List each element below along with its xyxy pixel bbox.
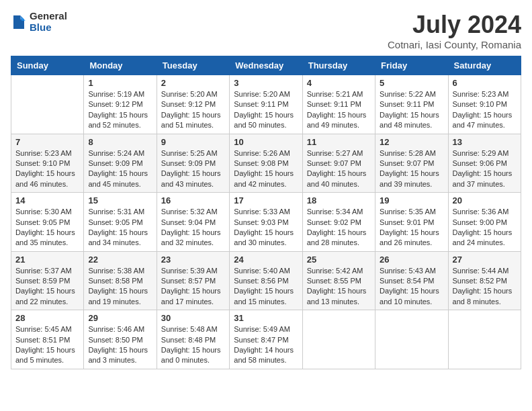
calendar-cell: 23Sunrise: 5:39 AMSunset: 8:57 PMDayligh… xyxy=(157,251,229,310)
cell-content: Sunrise: 5:31 AMSunset: 9:05 PMDaylight:… xyxy=(88,207,152,248)
calendar-cell: 12Sunrise: 5:28 AMSunset: 9:07 PMDayligh… xyxy=(375,134,448,193)
cell-content: Sunrise: 5:21 AMSunset: 9:11 PMDaylight:… xyxy=(307,89,371,131)
day-number: 2 xyxy=(161,78,225,88)
calendar-cell: 3Sunrise: 5:20 AMSunset: 9:11 PMDaylight… xyxy=(230,75,302,134)
cell-content: Sunrise: 5:26 AMSunset: 9:08 PMDaylight:… xyxy=(234,148,298,190)
title-block: July 2024 Cotnari, Iasi County, Romania xyxy=(388,11,521,50)
logo-blue: Blue xyxy=(30,22,67,34)
logo-icon xyxy=(11,13,27,32)
day-number: 7 xyxy=(15,137,79,147)
calendar-cell xyxy=(11,75,84,134)
logo-text: General Blue xyxy=(30,11,67,33)
calendar-cell: 21Sunrise: 5:37 AMSunset: 8:59 PMDayligh… xyxy=(11,251,84,310)
header-wednesday: Wednesday xyxy=(230,56,302,75)
day-number: 15 xyxy=(88,195,152,205)
day-number: 8 xyxy=(88,137,152,147)
calendar-cell: 18Sunrise: 5:34 AMSunset: 9:02 PMDayligh… xyxy=(302,193,375,252)
calendar-cell: 29Sunrise: 5:46 AMSunset: 8:50 PMDayligh… xyxy=(84,310,157,369)
cell-content: Sunrise: 5:40 AMSunset: 8:56 PMDaylight:… xyxy=(234,266,298,308)
cell-content: Sunrise: 5:46 AMSunset: 8:50 PMDaylight:… xyxy=(88,324,152,366)
calendar-cell: 19Sunrise: 5:35 AMSunset: 9:01 PMDayligh… xyxy=(375,193,448,252)
day-number: 31 xyxy=(234,313,298,323)
calendar-cell: 30Sunrise: 5:48 AMSunset: 8:48 PMDayligh… xyxy=(157,310,229,369)
day-number: 14 xyxy=(15,195,79,205)
cell-content: Sunrise: 5:48 AMSunset: 8:48 PMDaylight:… xyxy=(161,324,225,366)
cell-content: Sunrise: 5:30 AMSunset: 9:05 PMDaylight:… xyxy=(15,207,79,248)
cell-content: Sunrise: 5:24 AMSunset: 9:09 PMDaylight:… xyxy=(88,148,152,190)
cell-content: Sunrise: 5:28 AMSunset: 9:07 PMDaylight:… xyxy=(380,148,443,190)
calendar-cell: 8Sunrise: 5:24 AMSunset: 9:09 PMDaylight… xyxy=(84,134,157,193)
header-row: SundayMondayTuesdayWednesdayThursdayFrid… xyxy=(11,56,521,75)
week-row-3: 14Sunrise: 5:30 AMSunset: 9:05 PMDayligh… xyxy=(11,193,521,252)
day-number: 4 xyxy=(307,78,371,88)
calendar-cell: 7Sunrise: 5:23 AMSunset: 9:10 PMDaylight… xyxy=(11,134,84,193)
header-sunday: Sunday xyxy=(11,56,84,75)
cell-content: Sunrise: 5:23 AMSunset: 9:10 PMDaylight:… xyxy=(15,148,79,190)
week-row-2: 7Sunrise: 5:23 AMSunset: 9:10 PMDaylight… xyxy=(11,134,521,193)
calendar-cell xyxy=(448,310,521,369)
day-number: 23 xyxy=(161,255,225,265)
week-row-5: 28Sunrise: 5:45 AMSunset: 8:51 PMDayligh… xyxy=(11,310,521,369)
logo: General Blue xyxy=(11,11,67,33)
calendar-cell: 31Sunrise: 5:49 AMSunset: 8:47 PMDayligh… xyxy=(230,310,302,369)
calendar-cell: 5Sunrise: 5:22 AMSunset: 9:11 PMDaylight… xyxy=(375,75,448,134)
day-number: 18 xyxy=(307,195,371,205)
day-number: 3 xyxy=(234,78,298,88)
header-friday: Friday xyxy=(375,56,448,75)
logo-general: General xyxy=(30,11,67,22)
cell-content: Sunrise: 5:33 AMSunset: 9:03 PMDaylight:… xyxy=(234,207,298,248)
day-number: 1 xyxy=(88,78,152,88)
calendar-cell: 22Sunrise: 5:38 AMSunset: 8:58 PMDayligh… xyxy=(84,251,157,310)
calendar-cell: 4Sunrise: 5:21 AMSunset: 9:11 PMDaylight… xyxy=(302,75,375,134)
cell-content: Sunrise: 5:34 AMSunset: 9:02 PMDaylight:… xyxy=(307,207,371,248)
week-row-4: 21Sunrise: 5:37 AMSunset: 8:59 PMDayligh… xyxy=(11,251,521,310)
cell-content: Sunrise: 5:27 AMSunset: 9:07 PMDaylight:… xyxy=(307,148,371,190)
calendar-cell: 2Sunrise: 5:20 AMSunset: 9:12 PMDaylight… xyxy=(157,75,229,134)
cell-content: Sunrise: 5:37 AMSunset: 8:59 PMDaylight:… xyxy=(15,266,79,308)
calendar-cell: 20Sunrise: 5:36 AMSunset: 9:00 PMDayligh… xyxy=(448,193,521,252)
cell-content: Sunrise: 5:49 AMSunset: 8:47 PMDaylight:… xyxy=(234,324,298,366)
header-thursday: Thursday xyxy=(302,56,375,75)
cell-content: Sunrise: 5:39 AMSunset: 8:57 PMDaylight:… xyxy=(161,266,225,308)
cell-content: Sunrise: 5:45 AMSunset: 8:51 PMDaylight:… xyxy=(15,324,79,366)
header-tuesday: Tuesday xyxy=(157,56,229,75)
day-number: 17 xyxy=(234,195,298,205)
main-title: July 2024 xyxy=(388,11,521,39)
cell-content: Sunrise: 5:29 AMSunset: 9:06 PMDaylight:… xyxy=(453,148,517,190)
day-number: 29 xyxy=(88,313,152,323)
calendar-cell: 15Sunrise: 5:31 AMSunset: 9:05 PMDayligh… xyxy=(84,193,157,252)
day-number: 30 xyxy=(161,313,225,323)
cell-content: Sunrise: 5:25 AMSunset: 9:09 PMDaylight:… xyxy=(161,148,225,190)
calendar-cell: 26Sunrise: 5:43 AMSunset: 8:54 PMDayligh… xyxy=(375,251,448,310)
calendar-cell: 25Sunrise: 5:42 AMSunset: 8:55 PMDayligh… xyxy=(302,251,375,310)
day-number: 28 xyxy=(15,313,79,323)
calendar-cell: 14Sunrise: 5:30 AMSunset: 9:05 PMDayligh… xyxy=(11,193,84,252)
header-saturday: Saturday xyxy=(448,56,521,75)
svg-marker-0 xyxy=(21,17,26,21)
cell-content: Sunrise: 5:42 AMSunset: 8:55 PMDaylight:… xyxy=(307,266,371,308)
calendar-cell: 13Sunrise: 5:29 AMSunset: 9:06 PMDayligh… xyxy=(448,134,521,193)
day-number: 19 xyxy=(380,195,443,205)
cell-content: Sunrise: 5:44 AMSunset: 8:52 PMDaylight:… xyxy=(453,266,517,308)
week-row-1: 1Sunrise: 5:19 AMSunset: 9:12 PMDaylight… xyxy=(11,75,521,134)
cell-content: Sunrise: 5:22 AMSunset: 9:11 PMDaylight:… xyxy=(380,89,443,131)
cell-content: Sunrise: 5:20 AMSunset: 9:11 PMDaylight:… xyxy=(234,89,298,131)
calendar-cell: 10Sunrise: 5:26 AMSunset: 9:08 PMDayligh… xyxy=(230,134,302,193)
calendar-cell: 17Sunrise: 5:33 AMSunset: 9:03 PMDayligh… xyxy=(230,193,302,252)
cell-content: Sunrise: 5:36 AMSunset: 9:00 PMDaylight:… xyxy=(453,207,517,248)
cell-content: Sunrise: 5:35 AMSunset: 9:01 PMDaylight:… xyxy=(380,207,443,248)
calendar-body: 1Sunrise: 5:19 AMSunset: 9:12 PMDaylight… xyxy=(11,75,521,369)
calendar-cell: 27Sunrise: 5:44 AMSunset: 8:52 PMDayligh… xyxy=(448,251,521,310)
cell-content: Sunrise: 5:43 AMSunset: 8:54 PMDaylight:… xyxy=(380,266,443,308)
calendar-cell xyxy=(375,310,448,369)
calendar-cell: 11Sunrise: 5:27 AMSunset: 9:07 PMDayligh… xyxy=(302,134,375,193)
cell-content: Sunrise: 5:19 AMSunset: 9:12 PMDaylight:… xyxy=(88,89,152,131)
day-number: 24 xyxy=(234,255,298,265)
calendar-table: SundayMondayTuesdayWednesdayThursdayFrid… xyxy=(11,56,521,369)
day-number: 27 xyxy=(453,255,517,265)
calendar-cell: 24Sunrise: 5:40 AMSunset: 8:56 PMDayligh… xyxy=(230,251,302,310)
cell-content: Sunrise: 5:23 AMSunset: 9:10 PMDaylight:… xyxy=(453,89,517,131)
calendar-cell: 6Sunrise: 5:23 AMSunset: 9:10 PMDaylight… xyxy=(448,75,521,134)
day-number: 11 xyxy=(307,137,371,147)
page-header: General Blue July 2024 Cotnari, Iasi Cou… xyxy=(11,11,521,50)
